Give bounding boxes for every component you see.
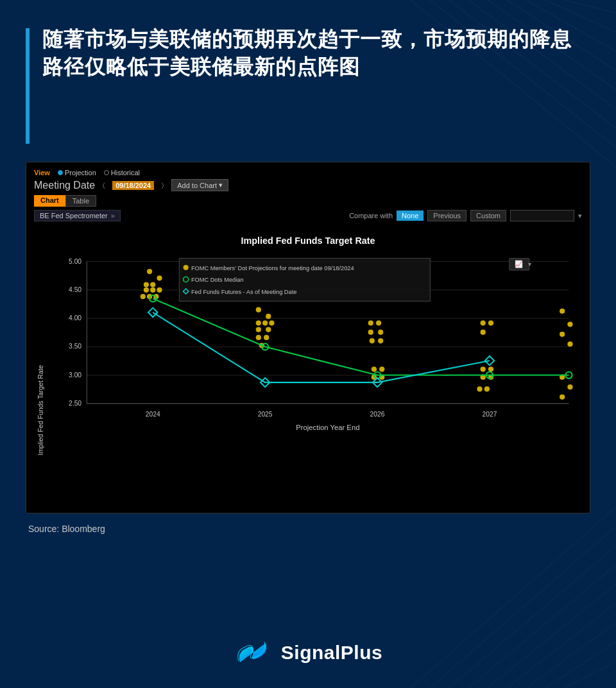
dot-2026-2 bbox=[376, 320, 381, 325]
compare-previous-button[interactable]: Previous bbox=[427, 210, 466, 221]
y-label-450: 4.50 bbox=[69, 286, 81, 293]
dot-2026-6 bbox=[378, 338, 383, 343]
legend-dot-icon bbox=[184, 265, 189, 270]
dot-2025-6 bbox=[256, 335, 261, 340]
chart-container: View Projection Historical Meeting Date … bbox=[26, 162, 590, 513]
tab-bar: Chart Table bbox=[34, 195, 582, 207]
logo-section: SignalPlus bbox=[234, 637, 382, 669]
legend-dot-label: FOMC Members' Dot Projections for meetin… bbox=[191, 265, 354, 271]
x-label-2025: 2025 bbox=[258, 411, 273, 418]
compare-with-label: Compare with bbox=[349, 212, 393, 219]
dot-2027-9 bbox=[477, 386, 482, 391]
dot-2026-4 bbox=[378, 330, 383, 335]
next-arrow[interactable]: 〉 bbox=[162, 182, 164, 189]
dot-2024-7 bbox=[141, 294, 146, 299]
x-label-2027: 2027 bbox=[483, 411, 497, 418]
spectrometer-badge: BE Fed Spectrometer » bbox=[34, 210, 121, 221]
dot-2025-2 bbox=[262, 320, 268, 325]
dot-lr-7 bbox=[560, 394, 565, 399]
historical-radio[interactable]: Historical bbox=[104, 169, 140, 176]
dot-2024-10 bbox=[157, 275, 162, 280]
dot-2025-1 bbox=[256, 320, 261, 325]
dot-2027-3 bbox=[481, 330, 486, 335]
x-axis-label: Projection Year End bbox=[296, 424, 359, 431]
dot-2026-7 bbox=[372, 366, 377, 372]
chart-toolbar: BE Fed Spectrometer » Compare with None … bbox=[34, 210, 582, 221]
add-to-chart-button[interactable]: Add to Chart ▾ bbox=[171, 179, 228, 191]
dot-2026-3 bbox=[368, 330, 373, 335]
chart-svg: Implied Fed Funds Target Rate Implied Fe… bbox=[34, 225, 582, 503]
dot-lr-4 bbox=[567, 341, 572, 347]
y-label-300: 3.00 bbox=[69, 372, 81, 379]
dot-2025-3 bbox=[269, 320, 274, 325]
spectrometer-label: BE Fed Spectrometer bbox=[40, 212, 108, 219]
compare-group: Compare with None Previous Custom ▾ bbox=[349, 210, 582, 221]
tab-chart[interactable]: Chart bbox=[34, 195, 65, 207]
page-title: 随著市场与美联储的预期再次趋于一致，市场预期的降息路径仅略低于美联储最新的点阵图 bbox=[42, 26, 590, 81]
dot-2024-1 bbox=[144, 282, 149, 287]
dot-2024-9 bbox=[147, 269, 152, 274]
y-label-400: 4.00 bbox=[69, 314, 81, 322]
dot-2027-2 bbox=[488, 320, 493, 325]
legend-median-label: FOMC Dots Median bbox=[191, 277, 244, 283]
dot-2025-9 bbox=[266, 314, 271, 319]
dot-2027-4 bbox=[481, 366, 486, 372]
dot-lr-3 bbox=[560, 332, 565, 337]
chart-title: Implied Fed Funds Target Rate bbox=[241, 236, 375, 246]
source-text: Source: Bloomberg bbox=[26, 524, 590, 534]
dot-2026-5 bbox=[370, 338, 375, 343]
dot-lr-2 bbox=[567, 322, 572, 327]
tab-table[interactable]: Table bbox=[65, 195, 96, 207]
view-label: View bbox=[34, 169, 50, 176]
compare-custom-input[interactable] bbox=[510, 210, 574, 221]
dot-2025-4 bbox=[256, 327, 261, 332]
historical-label: Historical bbox=[111, 169, 140, 176]
dot-2027-1 bbox=[481, 320, 486, 325]
projection-dot bbox=[58, 170, 63, 175]
dot-2024-3 bbox=[144, 288, 149, 293]
meeting-date-label: Meeting Date bbox=[34, 180, 95, 191]
meeting-date-bar: Meeting Date 〈 09/18/2024 〉 Add to Chart… bbox=[34, 179, 582, 191]
dot-2025-7 bbox=[264, 335, 269, 340]
meeting-date-value[interactable]: 09/18/2024 bbox=[112, 181, 154, 190]
x-label-2026: 2026 bbox=[370, 411, 385, 418]
y-label-500: 5.00 bbox=[69, 258, 81, 265]
chart-svg-wrapper: Implied Fed Funds Target Rate Implied Fe… bbox=[34, 225, 582, 505]
chart-top-bar: View Projection Historical bbox=[34, 169, 582, 176]
projection-radio[interactable]: Projection bbox=[58, 169, 96, 176]
dot-2024-4 bbox=[150, 288, 155, 293]
prev-arrow[interactable]: 〈 bbox=[103, 182, 105, 189]
compare-none-button[interactable]: None bbox=[397, 211, 424, 221]
dot-lr-1 bbox=[560, 309, 565, 314]
accent-bar bbox=[26, 28, 30, 144]
x-label-2024: 2024 bbox=[146, 411, 160, 418]
projection-label: Projection bbox=[65, 169, 96, 176]
y-axis-label: Implied Fed Funds Target Rate bbox=[37, 365, 44, 455]
dot-2026-8 bbox=[379, 366, 384, 372]
title-section: 随著市场与美联储的预期再次趋于一致，市场预期的降息路径仅略低于美联储最新的点阵图 bbox=[26, 26, 590, 144]
dot-2025-5 bbox=[266, 327, 271, 332]
compare-custom-button[interactable]: Custom bbox=[470, 210, 506, 221]
historical-dot bbox=[104, 170, 109, 175]
chart-dropdown: ▾ bbox=[528, 261, 531, 268]
legend-futures-label: Fed Funds Futures - As of Meeting Date bbox=[191, 289, 297, 295]
dot-2026-1 bbox=[368, 320, 373, 325]
dot-2027-8 bbox=[484, 386, 490, 391]
dot-2025-10 bbox=[256, 307, 261, 313]
dot-2024-2 bbox=[150, 282, 155, 287]
dot-lr-6 bbox=[567, 384, 572, 390]
chart-icon: 📈 bbox=[515, 260, 523, 268]
logo-icon bbox=[234, 637, 272, 669]
dot-2024-5 bbox=[157, 288, 162, 293]
dot-2027-5 bbox=[488, 366, 493, 372]
y-label-350: 3.50 bbox=[69, 343, 81, 350]
y-label-250: 2.50 bbox=[69, 400, 81, 407]
logo-text: SignalPlus bbox=[281, 642, 382, 664]
